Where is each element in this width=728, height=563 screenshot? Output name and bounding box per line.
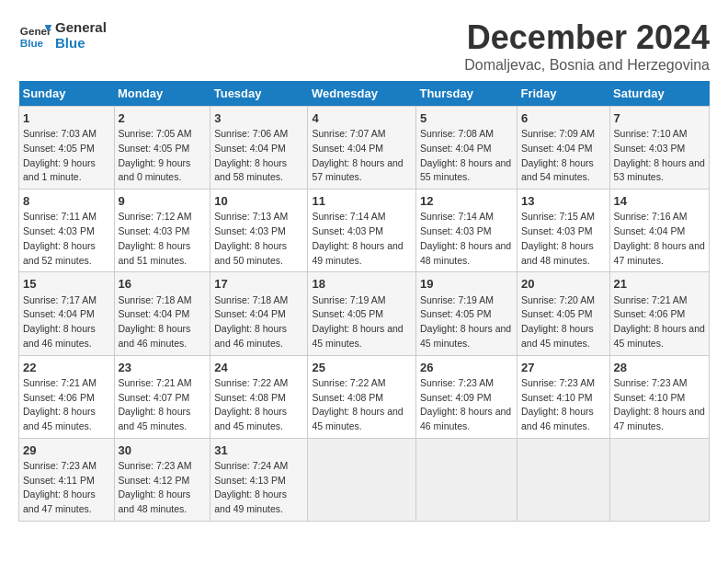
day-number: 31 [214,442,303,459]
calendar-cell: 17Sunrise: 7:18 AMSunset: 4:04 PMDayligh… [210,272,308,355]
calendar-cell: 23Sunrise: 7:21 AMSunset: 4:07 PMDayligh… [114,355,210,438]
calendar-cell: 8Sunrise: 7:11 AMSunset: 4:03 PMDaylight… [19,190,115,272]
day-number: 4 [312,110,412,127]
calendar-cell: 29Sunrise: 7:23 AMSunset: 4:11 PMDayligh… [19,438,115,521]
day-number: 19 [420,276,513,293]
day-number: 8 [23,193,110,210]
day-number: 16 [119,276,207,293]
calendar-cell: 6Sunrise: 7:09 AMSunset: 4:04 PMDaylight… [517,107,609,190]
day-info: Sunrise: 7:15 AMSunset: 4:03 PMDaylight:… [521,211,595,265]
calendar-cell: 25Sunrise: 7:22 AMSunset: 4:08 PMDayligh… [308,355,416,438]
calendar-cell: 5Sunrise: 7:08 AMSunset: 4:04 PMDaylight… [415,107,517,190]
calendar-week-1: 1Sunrise: 7:03 AMSunset: 4:05 PMDaylight… [19,107,710,190]
logo: General Blue General Blue [18,18,107,52]
calendar-cell [609,438,709,521]
day-info: Sunrise: 7:22 AMSunset: 4:08 PMDaylight:… [214,377,288,431]
day-number: 24 [214,360,303,376]
day-info: Sunrise: 7:18 AMSunset: 4:04 PMDaylight:… [119,294,192,349]
header-friday: Friday [517,81,609,107]
calendar-week-4: 22Sunrise: 7:21 AMSunset: 4:06 PMDayligh… [19,355,710,438]
day-info: Sunrise: 7:22 AMSunset: 4:08 PMDaylight:… [312,377,403,431]
header-wednesday: Wednesday [308,81,416,107]
calendar-cell: 14Sunrise: 7:16 AMSunset: 4:04 PMDayligh… [609,190,709,272]
logo-line2: Blue [55,35,107,51]
calendar-cell [415,438,517,521]
day-info: Sunrise: 7:11 AMSunset: 4:03 PMDaylight:… [23,211,97,265]
logo-icon: General Blue [18,18,51,52]
calendar-cell: 7Sunrise: 7:10 AMSunset: 4:03 PMDaylight… [609,107,709,190]
calendar-cell: 3Sunrise: 7:06 AMSunset: 4:04 PMDaylight… [210,107,308,190]
calendar-cell: 27Sunrise: 7:23 AMSunset: 4:10 PMDayligh… [517,355,609,438]
day-number: 5 [420,110,513,127]
day-number: 12 [420,193,513,210]
day-info: Sunrise: 7:09 AMSunset: 4:04 PMDaylight:… [521,128,595,182]
header-thursday: Thursday [415,81,517,107]
day-info: Sunrise: 7:21 AMSunset: 4:06 PMDaylight:… [614,294,705,349]
title-section: December 2024 Domaljevac, Bosnia and Her… [464,18,710,74]
calendar-cell: 4Sunrise: 7:07 AMSunset: 4:04 PMDaylight… [308,107,416,190]
calendar-table: SundayMondayTuesdayWednesdayThursdayFrid… [18,81,710,522]
calendar-week-5: 29Sunrise: 7:23 AMSunset: 4:11 PMDayligh… [19,438,710,521]
day-number: 14 [614,193,705,210]
day-info: Sunrise: 7:23 AMSunset: 4:10 PMDaylight:… [521,377,595,431]
day-info: Sunrise: 7:06 AMSunset: 4:04 PMDaylight:… [214,128,288,182]
calendar-cell: 2Sunrise: 7:05 AMSunset: 4:05 PMDaylight… [114,107,210,190]
day-number: 13 [521,193,606,210]
day-info: Sunrise: 7:24 AMSunset: 4:13 PMDaylight:… [214,460,288,514]
calendar-cell: 11Sunrise: 7:14 AMSunset: 4:03 PMDayligh… [308,190,416,272]
day-number: 21 [614,276,705,293]
calendar-cell: 9Sunrise: 7:12 AMSunset: 4:03 PMDaylight… [114,190,210,272]
calendar-cell: 28Sunrise: 7:23 AMSunset: 4:10 PMDayligh… [609,355,709,438]
calendar-cell: 13Sunrise: 7:15 AMSunset: 4:03 PMDayligh… [517,190,609,272]
day-number: 17 [214,276,303,293]
day-number: 2 [119,110,207,127]
calendar-cell: 31Sunrise: 7:24 AMSunset: 4:13 PMDayligh… [210,438,308,521]
day-info: Sunrise: 7:23 AMSunset: 4:11 PMDaylight:… [23,460,97,514]
calendar-cell: 15Sunrise: 7:17 AMSunset: 4:04 PMDayligh… [19,272,115,355]
header-saturday: Saturday [609,81,709,107]
day-info: Sunrise: 7:23 AMSunset: 4:12 PMDaylight:… [119,460,192,514]
day-number: 1 [23,110,110,127]
day-info: Sunrise: 7:08 AMSunset: 4:04 PMDaylight:… [420,128,511,182]
header-monday: Monday [114,81,210,107]
day-info: Sunrise: 7:13 AMSunset: 4:03 PMDaylight:… [214,211,288,265]
day-info: Sunrise: 7:19 AMSunset: 4:05 PMDaylight:… [312,294,403,349]
day-info: Sunrise: 7:10 AMSunset: 4:03 PMDaylight:… [614,128,705,182]
day-number: 28 [614,360,705,376]
day-info: Sunrise: 7:14 AMSunset: 4:03 PMDaylight:… [312,211,403,265]
day-number: 20 [521,276,606,293]
day-number: 23 [119,360,207,376]
calendar-cell [308,438,416,521]
page-header: General Blue General Blue December 2024 … [18,18,710,74]
day-number: 3 [214,110,303,127]
logo-line1: General [55,19,107,35]
day-number: 7 [614,110,705,127]
day-number: 11 [312,193,412,210]
calendar-cell: 10Sunrise: 7:13 AMSunset: 4:03 PMDayligh… [210,190,308,272]
calendar-cell: 12Sunrise: 7:14 AMSunset: 4:03 PMDayligh… [415,190,517,272]
calendar-week-3: 15Sunrise: 7:17 AMSunset: 4:04 PMDayligh… [19,272,710,355]
day-info: Sunrise: 7:23 AMSunset: 4:10 PMDaylight:… [614,377,705,431]
calendar-cell: 20Sunrise: 7:20 AMSunset: 4:05 PMDayligh… [517,272,609,355]
calendar-cell: 19Sunrise: 7:19 AMSunset: 4:05 PMDayligh… [415,272,517,355]
calendar-cell: 16Sunrise: 7:18 AMSunset: 4:04 PMDayligh… [114,272,210,355]
day-number: 30 [119,442,207,459]
calendar-cell: 22Sunrise: 7:21 AMSunset: 4:06 PMDayligh… [19,355,115,438]
svg-text:Blue: Blue [20,37,44,49]
day-info: Sunrise: 7:21 AMSunset: 4:07 PMDaylight:… [119,377,192,431]
calendar-cell: 18Sunrise: 7:19 AMSunset: 4:05 PMDayligh… [308,272,416,355]
day-number: 10 [214,193,303,210]
day-info: Sunrise: 7:03 AMSunset: 4:05 PMDaylight:… [23,128,97,182]
day-info: Sunrise: 7:17 AMSunset: 4:04 PMDaylight:… [23,294,97,349]
day-info: Sunrise: 7:05 AMSunset: 4:05 PMDaylight:… [119,128,192,182]
day-info: Sunrise: 7:21 AMSunset: 4:06 PMDaylight:… [23,377,97,431]
day-number: 6 [521,110,606,127]
calendar-cell: 30Sunrise: 7:23 AMSunset: 4:12 PMDayligh… [114,438,210,521]
calendar-cell [517,438,609,521]
calendar-cell: 1Sunrise: 7:03 AMSunset: 4:05 PMDaylight… [19,107,115,190]
day-number: 18 [312,276,412,293]
calendar-week-2: 8Sunrise: 7:11 AMSunset: 4:03 PMDaylight… [19,190,710,272]
day-number: 27 [521,360,606,376]
day-info: Sunrise: 7:19 AMSunset: 4:05 PMDaylight:… [420,294,511,349]
calendar-cell: 26Sunrise: 7:23 AMSunset: 4:09 PMDayligh… [415,355,517,438]
